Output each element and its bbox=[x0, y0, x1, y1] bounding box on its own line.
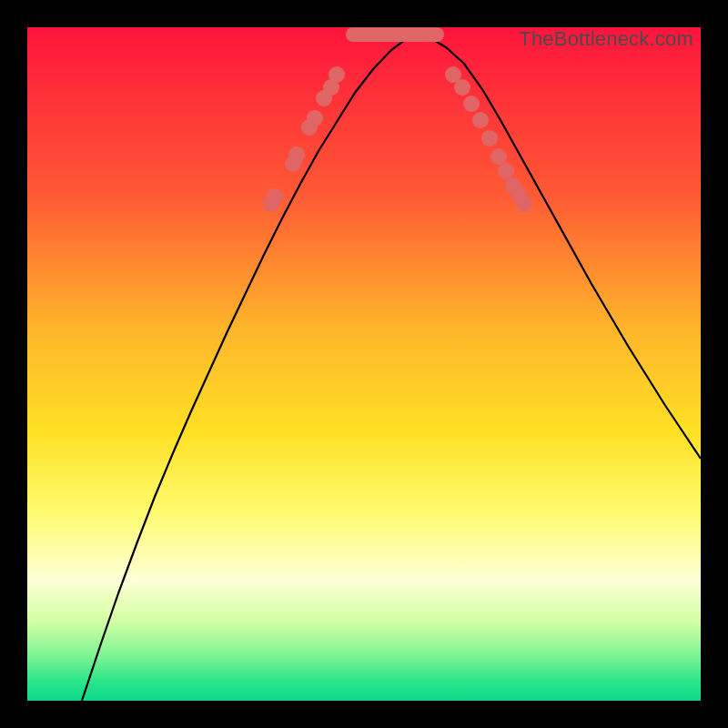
marker-dot bbox=[288, 147, 305, 163]
marker-dot bbox=[267, 188, 283, 205]
curve-layer bbox=[27, 27, 701, 701]
marker-dot bbox=[463, 96, 480, 112]
marker-dot bbox=[307, 110, 323, 126]
bottleneck-chart: TheBottleneck.com bbox=[0, 0, 728, 728]
marker-dot bbox=[490, 148, 507, 165]
marker-dot bbox=[481, 130, 498, 147]
plot-area: TheBottleneck.com bbox=[27, 27, 701, 701]
marker-dot bbox=[329, 66, 345, 83]
marker-dot bbox=[516, 196, 532, 212]
trough-bar bbox=[346, 27, 444, 42]
marker-dot bbox=[498, 163, 514, 179]
marker-dots bbox=[263, 66, 532, 212]
watermark-text: TheBottleneck.com bbox=[519, 27, 693, 51]
marker-dot bbox=[472, 112, 489, 128]
bottleneck-curve bbox=[82, 36, 701, 701]
marker-dot bbox=[454, 79, 470, 96]
